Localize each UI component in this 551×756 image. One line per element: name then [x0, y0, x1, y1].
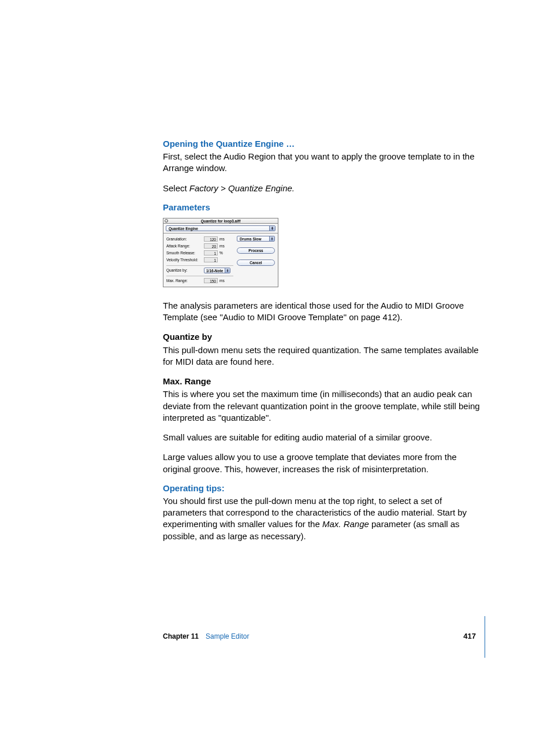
quantize-dialog: Quantize for loop3.aiff Quantize Engine …: [163, 218, 278, 287]
velocity-label: Velocity Threshold:: [166, 258, 204, 262]
heading-parameters: Parameters: [163, 202, 482, 212]
select-line: Select Factory > Quantize Engine.: [163, 183, 482, 194]
max-range-label: Max. Range:: [166, 279, 204, 283]
engine-popup[interactable]: Quantize Engine ▲▼: [166, 225, 276, 231]
footer-page-number: 417: [463, 632, 482, 640]
footer-rule: [485, 616, 485, 658]
granulation-field[interactable]: 120: [204, 236, 218, 242]
select-prefix: Select: [163, 183, 189, 193]
quantize-by-value: 1/16-Note: [206, 269, 223, 273]
attack-label: Attack Range:: [166, 244, 204, 248]
large-values-body: Large values allow you to use a groove t…: [163, 451, 482, 475]
attack-field[interactable]: 20: [204, 243, 218, 249]
page-content: Opening the Quantize Engine … First, sel…: [163, 139, 482, 550]
dialog-title-text: Quantize for loop3.aiff: [201, 219, 241, 223]
attack-unit: ms: [219, 244, 225, 248]
cancel-button[interactable]: Cancel: [237, 260, 275, 266]
dialog-right-column: Drums Slow ▲▼ Process Cancel: [237, 236, 275, 284]
small-values-body: Small values are suitable for editing au…: [163, 432, 482, 443]
max-range-body: This is where you set the maximum time (…: [163, 388, 482, 424]
operating-tips-body: You should first use the pull-down menu …: [163, 495, 482, 542]
granulation-label: Granulation:: [166, 237, 204, 241]
heading-operating-tips: Operating tips:: [163, 483, 482, 493]
smooth-unit: %: [219, 251, 223, 255]
dialog-titlebar: Quantize for loop3.aiff: [163, 218, 278, 224]
quantize-by-body: This pull-down menu sets the required qu…: [163, 344, 482, 368]
max-range-field[interactable]: 150: [204, 278, 218, 283]
footer-chapter-name: Sample Editor: [206, 632, 249, 640]
heading-opening: Opening the Quantize Engine …: [163, 139, 482, 149]
select-path: Factory > Quantize Engine.: [189, 183, 295, 193]
preset-popup[interactable]: Drums Slow ▲▼: [237, 236, 275, 242]
chevron-updown-icon: ▲▼: [269, 226, 275, 231]
smooth-label: Smooth Release:: [166, 251, 204, 255]
chevron-updown-icon: ▲▼: [269, 236, 274, 241]
quantize-dialog-figure: Quantize for loop3.aiff Quantize Engine …: [163, 218, 482, 287]
engine-popup-label: Quantize Engine: [169, 227, 198, 231]
smooth-field[interactable]: 1: [204, 250, 218, 255]
opening-body: First, select the Audio Region that you …: [163, 151, 482, 175]
quantize-by-label: Quantize by:: [166, 268, 204, 272]
dialog-left-column: Granulation: 120 ms Attack Range: 20 ms …: [166, 236, 233, 284]
max-range-unit: ms: [219, 279, 225, 283]
close-icon[interactable]: [165, 219, 168, 223]
tips-italic: Max. Range: [322, 519, 369, 529]
footer-chapter-label: Chapter 11: [163, 632, 199, 640]
analysis-body: The analysis parameters are identical th…: [163, 300, 482, 324]
quantize-by-subhead: Quantize by: [163, 331, 482, 343]
velocity-field[interactable]: 1: [204, 257, 218, 262]
page-footer: Chapter 11 Sample Editor 417: [163, 632, 482, 640]
preset-value: Drums Slow: [240, 237, 262, 241]
max-range-subhead: Max. Range: [163, 376, 482, 387]
quantize-by-popup[interactable]: 1/16-Note ▲▼: [204, 268, 230, 273]
granulation-unit: ms: [219, 237, 225, 241]
chevron-updown-icon: ▲▼: [225, 268, 230, 273]
process-button[interactable]: Process: [237, 247, 275, 254]
